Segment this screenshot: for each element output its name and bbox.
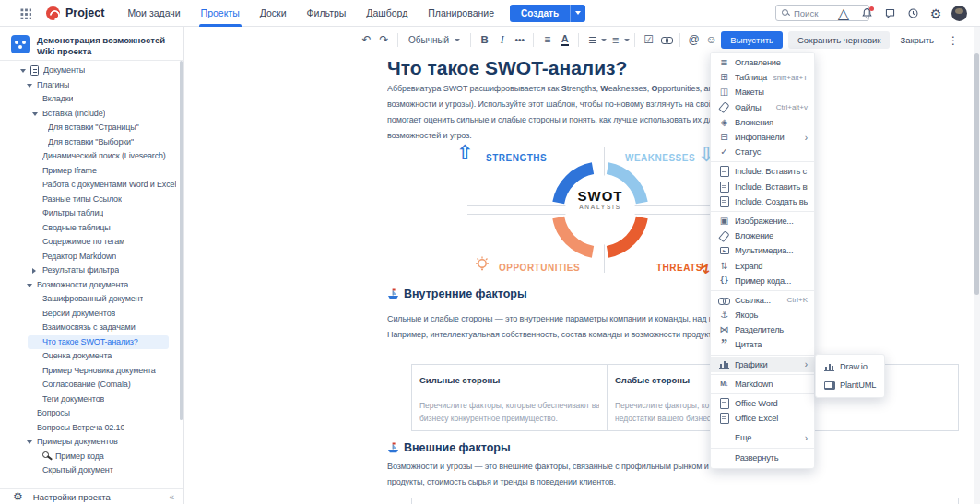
submenu-item[interactable]: Draw.io [816,357,884,376]
insert-menu-item[interactable]: Графики› [711,357,814,372]
more-formatting-icon[interactable]: ••• [511,30,528,49]
tree-item[interactable]: Пример кода [0,450,178,464]
tree-item[interactable]: Вопросы Встреча 02.10 [0,421,178,436]
ordered-list-chevron-icon[interactable] [624,39,630,41]
tree-item[interactable]: Вставка (Include) [0,107,178,122]
insert-menu-item[interactable]: Office Word [711,396,814,411]
align-icon[interactable]: ≡ [538,30,556,49]
insert-menu-item[interactable]: Еще› [711,430,814,445]
nav-item-boards[interactable]: Доски [250,0,297,27]
tree-item[interactable]: Разные типы Ссылок [0,193,178,207]
create-button-label[interactable]: Создать [510,5,570,22]
emoji-icon[interactable]: ☺ [703,30,720,49]
expander-icon[interactable] [32,268,36,274]
insert-menu-item[interactable]: Вложение [711,229,814,243]
insert-menu-item[interactable]: ⚓Якорь [711,308,814,322]
tree-item[interactable]: Сводные таблицы [0,221,178,236]
insert-menu-item[interactable]: Include. Вставить страницу [711,164,814,179]
expander-icon[interactable] [20,69,26,73]
tree-item[interactable]: Документы [0,64,178,78]
tree-item[interactable]: Содержимое по тегам [0,235,178,250]
insert-menu-item[interactable]: {}Пример кода... [711,274,814,288]
user-avatar[interactable] [951,6,967,21]
insert-menu-item[interactable]: ▸Мультимедиа... [711,243,814,258]
expander-icon[interactable] [27,284,32,287]
settings-icon[interactable]: ⚙ [928,6,943,21]
ordered-list-icon[interactable]: ≣ [607,30,624,49]
insert-menu-item[interactable]: ▣Изображение... [711,214,814,229]
tree-item[interactable]: Пример Черновика документа [0,364,178,379]
insert-menu-item[interactable]: Office Excel [711,411,814,426]
tree-item[interactable]: Результаты фильтра [0,264,178,278]
bullet-list-icon[interactable]: ☰ [584,30,601,49]
nav-item-my-tasks[interactable]: Мои задачи [117,0,190,27]
mention-icon[interactable]: @ [685,30,703,49]
collapse-sidebar-icon[interactable]: « [169,492,174,502]
more-actions-icon[interactable]: ⋮ [944,34,962,47]
close-button[interactable]: Закрыть [895,31,939,49]
expander-icon[interactable] [27,84,32,88]
task-list-icon[interactable]: ☑ [640,30,657,49]
insert-menu-item[interactable]: ”Цитата [711,337,814,352]
tree-item[interactable]: Динамический поиск (Livesearch) [0,149,178,164]
tree-item[interactable]: Что такое SWOT-анализ? [28,335,169,350]
table-cell-strengths[interactable]: Перечислите факторы, которые обеспечиваю… [412,393,608,430]
insert-menu-item[interactable]: ◫Макеты [711,85,814,100]
tree-item[interactable]: Редактор Markdown [0,250,178,264]
insert-menu-item[interactable]: ✓Статус [711,145,814,159]
space-header[interactable]: Демонстрация возможностей Wiki проекта [11,35,177,56]
italic-icon[interactable]: I [493,30,511,49]
undo-icon[interactable]: ↶ [358,30,375,49]
expander-icon[interactable] [27,440,32,444]
insert-menu-item[interactable]: ≣Оглавление [711,55,814,70]
tree-item[interactable]: Зашифрованный документ [0,292,178,307]
tree-item[interactable]: Возможности документа [0,278,178,293]
tree-item[interactable]: Скрытый документ [0,463,178,478]
tree-item[interactable]: Взаимосвязь с задачами [0,321,178,335]
link-icon[interactable] [657,30,675,49]
publish-button[interactable]: Выпустить [721,31,783,49]
tree-item[interactable]: Для вставки "Выборки" [0,135,178,150]
history-icon[interactable] [905,6,920,21]
create-button[interactable]: Создать [510,5,585,22]
tree-item[interactable]: Фильтры таблиц [0,206,178,221]
app-switcher-icon[interactable] [19,7,31,19]
feedback-icon[interactable] [882,6,897,21]
create-dropdown-button[interactable] [570,5,585,22]
insert-menu-item[interactable]: ◈Вложения [711,115,814,130]
nav-item-planning[interactable]: Планирование [418,0,504,27]
bold-icon[interactable]: B [476,30,493,49]
logo-icon[interactable] [46,6,60,20]
tree-item[interactable]: Вопросы [0,406,178,421]
tree-item[interactable]: Оценка документа [0,349,178,364]
product-name[interactable]: Project [65,6,104,19]
help-icon[interactable]: △ [836,6,851,21]
tree-item[interactable]: Для вставки "Страницы" [0,121,178,135]
tree-item[interactable]: Работа с документами Word и Excel [0,178,178,193]
main-scrollbar-thumb[interactable] [974,53,979,295]
nav-item-dashboard[interactable]: Дашборд [356,0,418,27]
second-table-edge[interactable] [411,498,959,504]
redo-icon[interactable]: ↷ [375,30,393,49]
tree-item[interactable]: Вкладки [0,92,178,107]
text-color-icon[interactable]: A [561,34,569,46]
expander-icon[interactable] [32,112,38,116]
save-draft-button[interactable]: Сохранить черновик [788,31,890,49]
insert-menu-item[interactable]: M↓Markdown [711,377,814,392]
submenu-item[interactable]: PlantUML [816,376,884,394]
notifications-icon[interactable] [859,6,874,21]
insert-menu-item[interactable]: Развернуть [711,451,814,465]
insert-menu-item[interactable]: Include. Вставить выборку [711,180,814,194]
nav-item-filters[interactable]: Фильтры [297,0,357,27]
sidebar-footer[interactable]: ⚙ Настройки проекта « [0,488,183,504]
nav-item-projects[interactable]: Проекты [191,0,250,27]
tree-item[interactable]: Теги документов [0,393,178,407]
tree-item[interactable]: Примеры документов [0,435,178,450]
tree-item[interactable]: Пример Iframe [0,164,178,179]
insert-menu-item[interactable]: ⇅Expand [711,258,814,273]
insert-menu-item[interactable]: ⊟Инфопанели› [711,130,814,145]
tree-item[interactable]: Согласование (Comala) [0,378,178,393]
insert-menu-item[interactable]: Include. Создать выборку [711,194,814,209]
insert-menu-item[interactable]: ⋈Разделитель [711,322,814,337]
insert-menu-item[interactable]: ФайлыCtrl+alt+v [711,100,814,115]
